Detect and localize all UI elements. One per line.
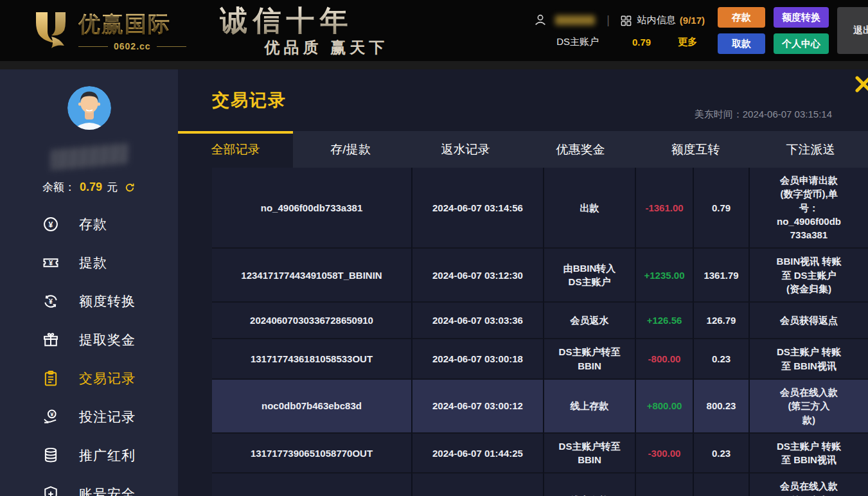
user-icon bbox=[533, 13, 547, 27]
quota-transfer-button[interactable]: 额度转换 bbox=[774, 7, 829, 28]
tab-label: 返水记录 bbox=[441, 141, 490, 158]
txn-id-cell: no_4906f00db733a381 bbox=[212, 168, 411, 249]
slogan-line1: 诚信十年 bbox=[220, 6, 389, 35]
header-actions: 存款 额度转换 取款 个人中心 bbox=[718, 7, 829, 54]
txn-amount-cell: +300.00 bbox=[635, 474, 693, 496]
divider: | bbox=[607, 13, 610, 27]
inbox-grid-icon bbox=[620, 14, 632, 26]
wallet-label: DS主账户 bbox=[556, 36, 599, 48]
sidebar-menu-item[interactable]: ¥ 存款 bbox=[0, 205, 178, 244]
username-blurred bbox=[555, 15, 595, 25]
sidebar-menu-item[interactable]: 提取奖金 bbox=[0, 321, 178, 359]
header-divider-strip bbox=[0, 61, 868, 69]
txn-id-cell: 123417177443491058T_BBININ bbox=[212, 249, 411, 303]
bet-record-icon: ¥ bbox=[42, 408, 60, 426]
transaction-panel: 交易记录 美东时间：2024-06-07 03:15:14 全部记录 存/提款 … bbox=[178, 69, 868, 496]
txn-balance-cell: 126.79 bbox=[693, 303, 748, 339]
txn-type-cell: 会员返水 bbox=[543, 303, 635, 339]
table-row[interactable]: 1317177390651058770OUT 2024-06-07 01:44:… bbox=[212, 434, 868, 474]
table-row[interactable]: noc0db07b463ebc83d 2024-06-07 03:00:12 线… bbox=[212, 380, 868, 434]
txn-id-cell: 1317177390651058770OUT bbox=[212, 434, 411, 474]
panel-header: 交易记录 美东时间：2024-06-07 03:15:14 bbox=[178, 69, 868, 131]
sidebar: 余额： 0.79 元 ¥ 存款 ¥ 提款 ¥ 额度转换 bbox=[0, 69, 178, 496]
record-tab[interactable]: 优惠奖金 bbox=[523, 131, 638, 168]
brand-domain: 0602.cc bbox=[78, 41, 186, 51]
wallet-balance: 0.79 bbox=[632, 37, 651, 48]
record-tab[interactable]: 存/提款 bbox=[293, 131, 408, 168]
txn-balance-cell: 0.23 bbox=[693, 434, 748, 474]
more-link[interactable]: 更多 bbox=[678, 36, 697, 48]
txn-time-cell: 2024-06-07 03:00:12 bbox=[411, 380, 543, 434]
site-mail-link[interactable]: 站内信息 bbox=[637, 14, 676, 26]
username-redacted bbox=[51, 143, 128, 170]
gift-icon bbox=[42, 331, 60, 349]
yen-transfer-icon: ¥ bbox=[42, 292, 60, 310]
clipboard-icon bbox=[42, 369, 60, 387]
mail-count-badge: (9/17) bbox=[680, 15, 705, 26]
txn-id-cell: 1317177436181058533OUT bbox=[212, 339, 411, 380]
brand-block: 优赢国际 0602.cc bbox=[78, 10, 186, 51]
sidebar-menu-item[interactable]: ¥ 提款 bbox=[0, 244, 178, 282]
sidebar-menu-label: 投注记录 bbox=[79, 408, 136, 426]
txn-time-cell: 2024-06-07 03:14:56 bbox=[411, 168, 543, 249]
slogan-block: 诚信十年 优品质 赢天下 bbox=[220, 6, 389, 55]
record-tab[interactable]: 下注派送 bbox=[753, 131, 868, 168]
sidebar-menu-item[interactable]: ¥ 投注记录 bbox=[0, 398, 178, 436]
tab-label: 优惠奖金 bbox=[556, 141, 605, 158]
tab-label: 下注派送 bbox=[786, 141, 835, 158]
shield-icon bbox=[42, 485, 60, 496]
txn-time-cell: 2024-06-07 01:44:25 bbox=[411, 434, 543, 474]
refresh-icon[interactable] bbox=[124, 182, 136, 193]
brand-logo-icon bbox=[32, 8, 69, 53]
table-row[interactable]: 1317177436181058533OUT 2024-06-07 03:00:… bbox=[212, 339, 868, 380]
tab-label: 全部记录 bbox=[211, 141, 260, 158]
table-row[interactable]: no_4906f00db733a381 2024-06-07 03:14:56 … bbox=[212, 168, 868, 249]
txn-note-cell: 会员在线入款 (第三方入 款) bbox=[748, 474, 868, 496]
record-tab[interactable]: 全部记录 bbox=[178, 131, 293, 168]
txn-type-cell: 线上存款 bbox=[543, 474, 635, 496]
txn-note-cell: 会员申请出款 (数字货币),单 号： no_4906f00db 733a381 bbox=[748, 168, 868, 249]
sidebar-menu-label: 提款 bbox=[79, 254, 107, 272]
txn-amount-cell: -1361.00 bbox=[635, 168, 693, 249]
svg-text:¥: ¥ bbox=[49, 259, 53, 267]
ticket-yen-icon: ¥ bbox=[42, 254, 60, 272]
txn-balance-cell: 800.23 bbox=[693, 380, 748, 434]
sidebar-menu-item[interactable]: 推广红利 bbox=[0, 436, 178, 475]
avatar bbox=[67, 86, 111, 130]
record-tab[interactable]: 返水记录 bbox=[408, 131, 523, 168]
balance-label: 余额： bbox=[42, 180, 75, 195]
txn-balance-cell: 0.79 bbox=[693, 168, 748, 249]
txn-amount-cell: -300.00 bbox=[635, 434, 693, 474]
table-row[interactable]: 123417177443491058T_BBININ 2024-06-07 03… bbox=[212, 249, 868, 303]
txn-time-cell: 2024-06-07 03:03:36 bbox=[411, 303, 543, 339]
sidebar-menu-item[interactable]: ¥ 额度转换 bbox=[0, 282, 178, 321]
txn-type-cell: 线上存款 bbox=[543, 380, 635, 434]
txn-type-cell: DS主账户转至 BBIN bbox=[543, 434, 635, 474]
svg-text:¥: ¥ bbox=[49, 297, 53, 305]
txn-amount-cell: +800.00 bbox=[635, 380, 693, 434]
deposit-button[interactable]: 存款 bbox=[718, 7, 765, 28]
table-row[interactable]: 20240607030336728650910 2024-06-07 03:03… bbox=[212, 303, 868, 339]
personal-center-button[interactable]: 个人中心 bbox=[774, 33, 829, 54]
sidebar-menu-label: 交易记录 bbox=[79, 369, 136, 387]
sidebar-menu-item[interactable]: 账号安全 bbox=[0, 475, 178, 496]
txn-note-cell: BBIN视讯 转账 至 DS主账户 (资金归集) bbox=[748, 249, 868, 303]
txn-balance-cell: 1361.79 bbox=[693, 249, 748, 303]
txn-id-cell: noc0db07b463ebc83d bbox=[212, 380, 411, 434]
sidebar-menu-label: 账号安全 bbox=[79, 485, 136, 496]
txn-type-cell: DS主账户转至 BBIN bbox=[543, 339, 635, 380]
withdraw-button[interactable]: 取款 bbox=[718, 33, 765, 54]
close-icon[interactable] bbox=[853, 73, 868, 95]
sidebar-menu-label: 推广红利 bbox=[79, 447, 136, 465]
divider bbox=[78, 46, 108, 47]
sidebar-menu-item[interactable]: 交易记录 bbox=[0, 359, 178, 398]
logout-button[interactable]: 退出 bbox=[837, 7, 868, 54]
record-tabs: 全部记录 存/提款 返水记录 优惠奖金 额度互转 下注派送 bbox=[178, 131, 868, 168]
txn-note-cell: 会员在线入款 (第三方入 款) bbox=[748, 380, 868, 434]
brand-name: 优赢国际 bbox=[78, 10, 186, 39]
svg-text:¥: ¥ bbox=[50, 411, 54, 418]
sidebar-menu: ¥ 存款 ¥ 提款 ¥ 额度转换 提取奖金 交易记录 ¥ bbox=[0, 205, 178, 496]
user-info: | 站内信息 (9/17) DS主账户 0.79 更多 bbox=[533, 13, 705, 48]
record-tab[interactable]: 额度互转 bbox=[638, 131, 753, 168]
table-row[interactable]: noc668290d7767bddb 2024-06-07 01:44:19 线… bbox=[212, 474, 868, 496]
